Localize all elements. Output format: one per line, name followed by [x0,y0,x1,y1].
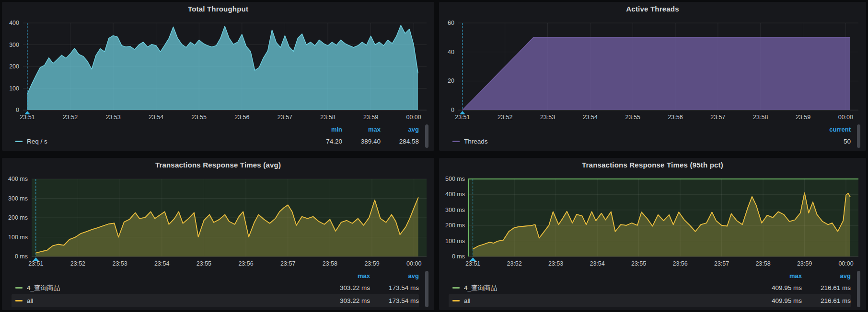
svg-text:100 ms: 100 ms [445,238,465,245]
legend-col-avg[interactable]: avg [370,272,419,279]
stat-avg: 173.54 ms [370,297,419,304]
legend-row-all[interactable]: all 409.95 ms 216.61 ms [449,294,851,307]
svg-text:400 ms: 400 ms [445,191,465,198]
response-times-95th-legend: max avg 4_查询商品 409.95 ms 216.61 ms all 4… [442,269,863,309]
legend-scrollbar[interactable] [857,124,860,148]
svg-text:23:55: 23:55 [625,114,640,121]
svg-text:40: 40 [448,49,454,56]
panel-title-total-throughput[interactable]: Total Throughput [5,2,431,16]
panel-total-throughput: Total Throughput 23:5123:5223:5323:5423:… [2,2,434,151]
response-times-95th-chart[interactable]: 23:5123:5223:5323:5423:5523:5623:5723:58… [442,172,863,269]
legend-col-max[interactable]: max [321,272,370,279]
legend-row-threads[interactable]: Threads 50 [449,135,851,148]
legend-col-min[interactable]: min [304,126,342,133]
svg-text:23:54: 23:54 [583,114,598,121]
svg-text:200: 200 [9,63,19,70]
svg-text:200 ms: 200 ms [8,214,28,221]
legend-scrollbar[interactable] [425,124,428,148]
stat-max: 303.22 ms [321,297,370,304]
svg-text:23:58: 23:58 [323,260,337,267]
legend-col-avg[interactable]: avg [381,126,419,133]
series-label[interactable]: 4_查询商品 [464,284,753,292]
series-label[interactable]: 4_查询商品 [27,284,321,292]
legend-row-reqs[interactable]: Req / s 74.20 389.40 284.58 [12,135,419,148]
svg-text:23:57: 23:57 [280,260,295,267]
legend-col-max[interactable]: max [342,126,381,133]
svg-text:23:52: 23:52 [498,114,512,121]
svg-text:23:51: 23:51 [28,260,43,267]
legend-col-avg[interactable]: avg [802,272,851,279]
series-label[interactable]: all [464,297,753,304]
series-color-icon [15,300,23,301]
panel-title-response-times-95th[interactable]: Transactions Response Times (95th pct) [442,158,863,172]
svg-text:23:54: 23:54 [154,260,169,267]
legend-row-all[interactable]: all 303.22 ms 173.54 ms [12,294,419,307]
svg-text:300: 300 [9,42,19,48]
stat-avg: 216.61 ms [802,297,851,304]
series-label[interactable]: Threads [464,138,812,145]
legend-header: current [449,123,851,135]
throughput-legend: min max avg Req / s 74.20 389.40 284.58 [5,123,431,150]
svg-text:23:59: 23:59 [797,260,812,267]
svg-text:23:54: 23:54 [149,114,163,121]
legend-col-max[interactable]: max [753,272,802,279]
svg-text:23:53: 23:53 [548,260,563,267]
svg-text:23:55: 23:55 [192,114,207,121]
svg-text:23:56: 23:56 [234,114,249,121]
svg-text:23:58: 23:58 [753,114,768,121]
svg-text:00:00: 00:00 [838,114,853,121]
stat-avg: 284.58 [381,138,419,145]
legend-row-query-product[interactable]: 4_查询商品 303.22 ms 173.54 ms [12,281,419,294]
svg-text:23:52: 23:52 [63,114,78,121]
stat-min: 74.20 [304,138,342,145]
series-label[interactable]: Req / s [27,138,304,145]
svg-text:23:59: 23:59 [364,260,379,267]
legend-col-current[interactable]: current [812,126,851,133]
legend-scrollbar[interactable] [425,271,428,307]
stat-max: 303.22 ms [321,284,370,291]
series-color-icon [15,287,23,289]
svg-text:23:57: 23:57 [714,260,729,267]
svg-text:0: 0 [451,107,454,113]
svg-text:20: 20 [448,78,454,84]
dashboard-grid: Total Throughput 23:5123:5223:5323:5423:… [0,0,868,312]
svg-text:23:54: 23:54 [590,260,604,267]
svg-text:23:57: 23:57 [710,114,725,121]
series-color-icon [452,287,460,289]
panel-title-active-threads[interactable]: Active Threads [442,2,863,16]
svg-text:00:00: 00:00 [406,114,421,121]
legend-header: max avg [12,270,419,281]
svg-text:100: 100 [9,85,19,92]
svg-text:23:55: 23:55 [631,260,646,267]
svg-text:400 ms: 400 ms [8,176,28,182]
svg-text:23:53: 23:53 [540,114,555,121]
legend-header: min max avg [12,123,419,135]
stat-avg: 216.61 ms [802,284,851,291]
response-times-avg-legend: max avg 4_查询商品 303.22 ms 173.54 ms all 3… [5,269,431,309]
legend-scrollbar[interactable] [857,271,860,307]
svg-text:23:56: 23:56 [672,260,687,267]
threads-legend: current Threads 50 [442,123,863,150]
panel-active-threads: Active Threads 23:5123:5223:5323:5423:55… [439,2,866,151]
panel-title-response-times-avg[interactable]: Transactions Response Times (avg) [5,158,431,172]
throughput-chart[interactable]: 23:5123:5223:5323:5423:5523:5623:5723:58… [5,16,431,123]
svg-text:300 ms: 300 ms [445,207,465,213]
legend-row-query-product[interactable]: 4_查询商品 409.95 ms 216.61 ms [449,281,851,294]
svg-text:23:58: 23:58 [320,114,335,121]
svg-text:100 ms: 100 ms [8,234,28,241]
svg-text:23:51: 23:51 [20,114,35,121]
series-label[interactable]: all [27,297,321,304]
svg-text:23:59: 23:59 [796,114,810,121]
svg-text:0 ms: 0 ms [452,253,465,260]
threads-chart[interactable]: 23:5123:5223:5323:5423:5523:5623:5723:58… [442,16,863,123]
svg-text:300 ms: 300 ms [8,195,28,202]
series-color-icon [15,141,23,142]
stat-max: 389.40 [342,138,381,145]
stat-current: 50 [812,138,851,145]
legend-header: max avg [449,270,851,281]
svg-text:23:58: 23:58 [755,260,770,267]
stat-avg: 173.54 ms [370,284,419,291]
response-times-avg-chart[interactable]: 23:5123:5223:5323:5423:5523:5623:5723:58… [5,172,431,269]
svg-text:400: 400 [9,20,19,26]
svg-text:500 ms: 500 ms [445,176,465,182]
